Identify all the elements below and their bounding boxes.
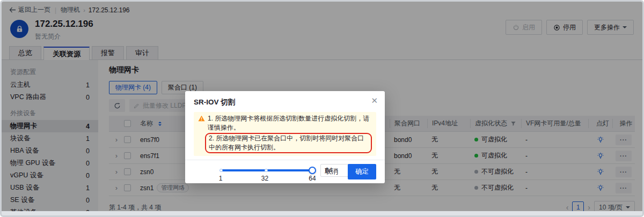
- warning-line1: 1. 所选物理网卡将根据所选切割数量进行虚拟化切割，请谨慎操作。: [208, 114, 372, 132]
- confirm-button[interactable]: 确定: [348, 164, 376, 179]
- cancel-button[interactable]: 取消: [325, 167, 338, 176]
- sriov-dialog: SR-IOV 切割 ✕ 1. 所选物理网卡将根据所选切割数量进行虚拟化切割，请谨…: [185, 91, 385, 183]
- warning-line2: 2. 所选物理网卡已在聚合口中，切割时将同时对聚合口中的所有网卡执行切割。: [209, 134, 364, 151]
- highlight-annotation: 2. 所选物理网卡已在聚合口中，切割时将同时对聚合口中的所有网卡执行切割。: [205, 133, 372, 153]
- app-content: 返回上一页 | 物理机 › 172.25.12.196 172.25.12.19…: [2, 2, 642, 211]
- dialog-title: SR-IOV 切割: [185, 91, 385, 110]
- close-icon[interactable]: ✕: [371, 96, 378, 104]
- dialog-footer: 取消 确定: [185, 160, 385, 183]
- warning-icon: [198, 115, 205, 122]
- app-window: 返回上一页 | 物理机 › 172.25.12.196 172.25.12.19…: [0, 0, 644, 217]
- warning-alert: 1. 所选物理网卡将根据所选切割数量进行虚拟化切割，请谨慎操作。 2. 所选物理…: [194, 112, 376, 156]
